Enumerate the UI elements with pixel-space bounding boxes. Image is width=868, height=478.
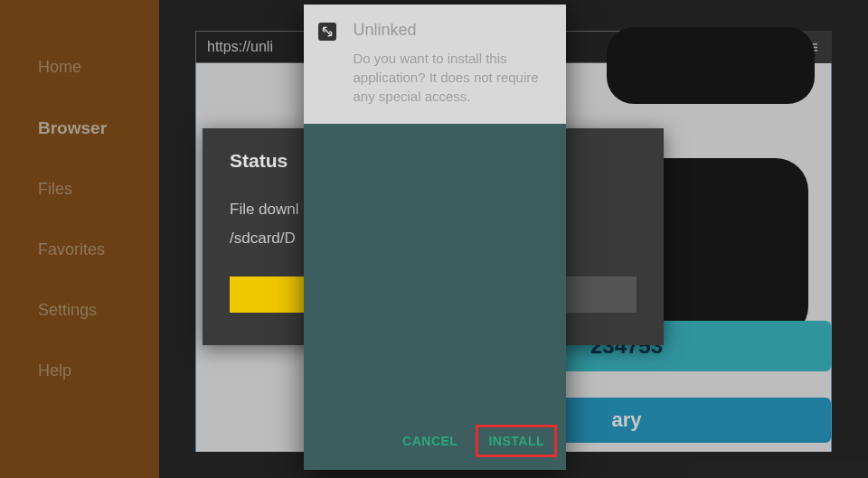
dialog-footer: CANCEL INSTALL <box>304 414 566 470</box>
install-dialog: Unlinked Do you want to install this app… <box>304 5 566 470</box>
dialog-header: Unlinked Do you want to install this app… <box>304 5 566 124</box>
dialog-description: Do you want to install this application?… <box>353 49 542 106</box>
sidebar-dim-overlay <box>0 0 159 478</box>
dialog-cancel-button[interactable]: CANCEL <box>390 425 470 457</box>
unlink-icon <box>318 23 336 41</box>
dialog-app-title: Unlinked <box>353 21 542 40</box>
dialog-install-button[interactable]: INSTALL <box>476 425 557 457</box>
